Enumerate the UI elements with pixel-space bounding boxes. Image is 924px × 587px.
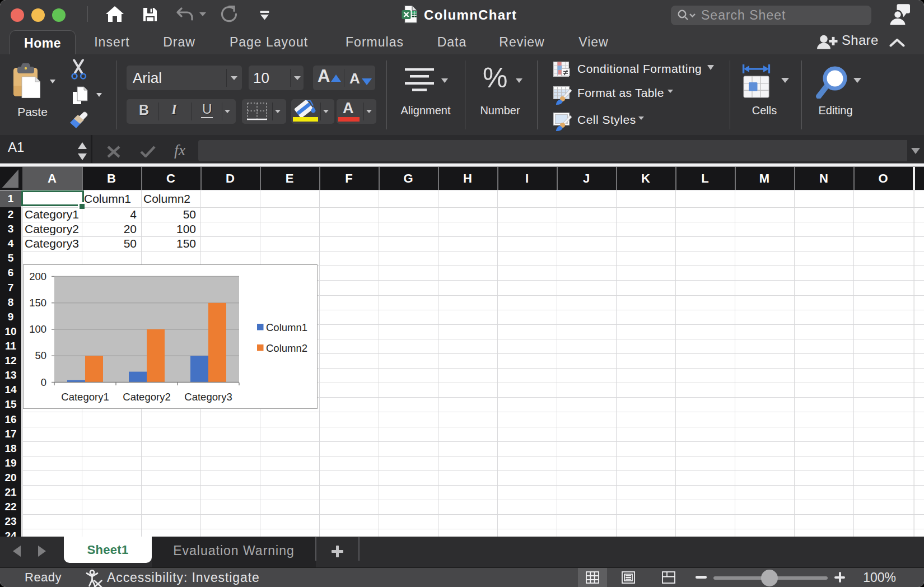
svg-text:Category3: Category3	[184, 391, 232, 403]
svg-text:200: 200	[29, 271, 46, 282]
svg-text:0: 0	[41, 376, 46, 388]
svg-text:Column2: Column2	[266, 342, 307, 354]
svg-text:Category1: Category1	[61, 391, 109, 403]
svg-text:50: 50	[35, 350, 46, 361]
svg-text:150: 150	[29, 297, 46, 309]
svg-text:Column1: Column1	[266, 322, 307, 333]
svg-text:Category2: Category2	[123, 391, 170, 403]
svg-text:100: 100	[29, 323, 46, 335]
